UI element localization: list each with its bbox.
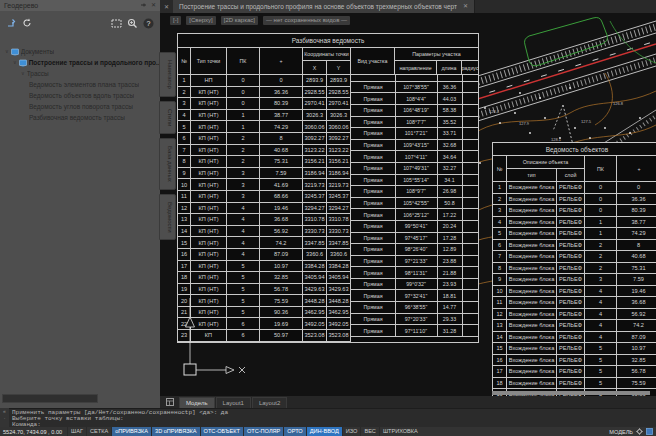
- viewport-control-3[interactable]: — нет сохраненных видов —: [263, 16, 350, 25]
- status-toggle-сетка[interactable]: СЕТКА: [86, 427, 111, 436]
- status-toggle-шаг[interactable]: ШАГ: [67, 427, 86, 436]
- side-tab-2[interactable]: База данных: [159, 138, 176, 190]
- side-tab-0[interactable]: Навигатор: [159, 52, 176, 97]
- segment-cell: 97°20'33": [395, 313, 437, 325]
- table-cell: 4: [227, 249, 260, 261]
- table-cell: 3123.22: [327, 145, 351, 157]
- side-tab-3[interactable]: Ведомости: [159, 194, 176, 241]
- table-cell: 4: [227, 226, 260, 238]
- select-rect-icon[interactable]: [111, 19, 122, 28]
- table-cell: 3245.37: [327, 191, 351, 203]
- table-cell: 5: [493, 228, 507, 240]
- model-canvas[interactable]: [-][Сверху][2D каркас]— нет сохраненных …: [160, 13, 656, 396]
- table-cell: КП (НТ): [191, 307, 227, 319]
- status-toggle-опривязка[interactable]: оПРИВЯЗКА: [111, 427, 151, 436]
- table-cell: 36.36: [260, 87, 303, 99]
- segment-cell: [462, 220, 478, 232]
- commandline-grip[interactable]: «·: [0, 408, 9, 427]
- segment-cell: Прямая: [351, 278, 395, 290]
- command-line[interactable]: Применить параметры [да/Нет/сохранено/со…: [0, 408, 656, 427]
- layout-tab-модель[interactable]: Модель: [179, 397, 215, 408]
- status-toggle-вес[interactable]: ВЕС: [360, 427, 379, 436]
- breakdown-table: Разбивочная ведомость № Тип точки ПК + К…: [177, 33, 479, 343]
- tree-item[interactable]: ∨Построение трассы и продольного про...: [0, 57, 160, 68]
- table-cell: 3330.73: [327, 226, 351, 238]
- tree-item[interactable]: Разбивочная ведомость трассы: [0, 112, 160, 123]
- back-arrow-icon[interactable]: [6, 19, 17, 28]
- tree-item[interactable]: ∨Документы: [0, 46, 160, 57]
- status-toggle-отс-поляр[interactable]: ОТС-ПОЛЯР: [243, 427, 283, 436]
- table-cell: 10: [178, 179, 191, 191]
- segment-cell: Прямая: [351, 324, 395, 336]
- refresh-icon[interactable]: [22, 18, 32, 28]
- objects-table-title: Ведомость объектов: [493, 143, 656, 156]
- status-toggle-3d-опривязка[interactable]: 3D оПРИВЯЗКА: [151, 427, 200, 436]
- viewport-control-2[interactable]: [2D каркас]: [221, 16, 258, 25]
- table-cell: 4: [227, 237, 260, 249]
- table-cell: КП (НТ): [191, 261, 227, 273]
- pin-icon[interactable]: [140, 2, 147, 9]
- panel-titlebar[interactable]: Геодерево ✕: [0, 0, 160, 11]
- table-cell: 56.92: [260, 226, 303, 238]
- segment-cell: 105°55'14": [395, 174, 437, 186]
- segment-cell: 97°11'10": [395, 324, 437, 336]
- layout-browser-icon[interactable]: [166, 398, 174, 406]
- tree-item[interactable]: ∨Трассы: [0, 68, 160, 79]
- viewport-control-0[interactable]: [-]: [170, 16, 181, 25]
- tree-item[interactable]: Ведомость объектов вдоль трассы: [0, 90, 160, 101]
- segment-cell: 23.93: [437, 278, 462, 290]
- zoom-icon[interactable]: [127, 18, 138, 29]
- status-toggle-штриховка[interactable]: ШТРИХОВКА: [379, 427, 421, 436]
- status-toggle-орто[interactable]: ОРТО: [283, 427, 305, 436]
- segment-cell: [462, 208, 478, 220]
- model-space-label[interactable]: МОДЕЛЬ: [609, 429, 633, 435]
- table-cell: 0: [585, 182, 617, 194]
- table-cell: 6: [227, 330, 260, 342]
- caret-icon: ∨: [5, 46, 9, 57]
- segment-cell: 34.64: [437, 150, 462, 162]
- table-cell: 38.77: [260, 110, 303, 122]
- status-toggle-дин-ввод[interactable]: ДИН-ВВОД: [306, 427, 342, 436]
- close-icon[interactable]: ✕: [151, 0, 156, 11]
- table-cell: 56.92: [617, 309, 656, 321]
- side-tab-1[interactable]: Стили: [159, 101, 176, 134]
- tree-item[interactable]: Ведомость углов поворота трассы: [0, 101, 160, 112]
- drawing-tabbar: ✕ Построение трассы и продольного профил…: [160, 0, 656, 13]
- table-cell: КП (НТ): [191, 237, 227, 249]
- table-cell: 41.69: [260, 179, 303, 191]
- col-num: №: [178, 48, 191, 74]
- table-cell: 4: [493, 217, 507, 229]
- segment-cell: [462, 174, 478, 186]
- table-cell: 3523.08: [327, 330, 351, 342]
- table-cell: РЕЛЬЕФ: [557, 217, 585, 229]
- help-icon[interactable]: ?: [143, 18, 154, 29]
- tabgroup-close-icon[interactable]: ✕: [160, 3, 173, 10]
- tree-item[interactable]: Ведомость элементов плана трассы: [0, 79, 160, 90]
- layout-tab-layout2[interactable]: Layout2: [252, 397, 287, 408]
- status-toggle-изо[interactable]: ИЗО: [342, 427, 361, 436]
- layout-tab-layout1[interactable]: Layout1: [216, 397, 251, 408]
- table-cell: РЕЛЬЕФ: [557, 343, 585, 355]
- table-cell: 8: [617, 240, 656, 252]
- viewport-control-1[interactable]: [Сверху]: [186, 16, 215, 25]
- drawing-tab[interactable]: Построение трассы и продольного профиля …: [173, 0, 475, 13]
- table-cell: КП (НТ): [191, 295, 227, 307]
- display-icon[interactable]: [646, 428, 653, 435]
- status-toggle-отс-объект[interactable]: ОТС-ОБЪЕКТ: [200, 427, 243, 436]
- col-pk: ПК: [585, 156, 617, 181]
- table-cell: 19: [178, 284, 191, 296]
- table-cell: 3026.3: [327, 110, 351, 122]
- segment-cell: [462, 243, 478, 255]
- tab-close-icon[interactable]: ✕: [463, 0, 468, 13]
- horizontal-scrollbar[interactable]: [492, 391, 650, 395]
- table-cell: 11: [178, 191, 191, 203]
- segment-cell: 32.27: [437, 162, 462, 174]
- table-cell: 20: [178, 295, 191, 307]
- breakdown-table-body: 1НП002893.92893.92КП (НТ)036.362928.5529…: [178, 75, 351, 342]
- table-cell: 8: [178, 156, 191, 168]
- gear-icon[interactable]: [636, 428, 643, 435]
- segment-cell: 96°38'55": [395, 301, 437, 313]
- table-cell: КП (НТ): [191, 214, 227, 226]
- table-cell: Вхождение блока: [507, 355, 557, 367]
- table-cell: 3310.78: [327, 214, 351, 226]
